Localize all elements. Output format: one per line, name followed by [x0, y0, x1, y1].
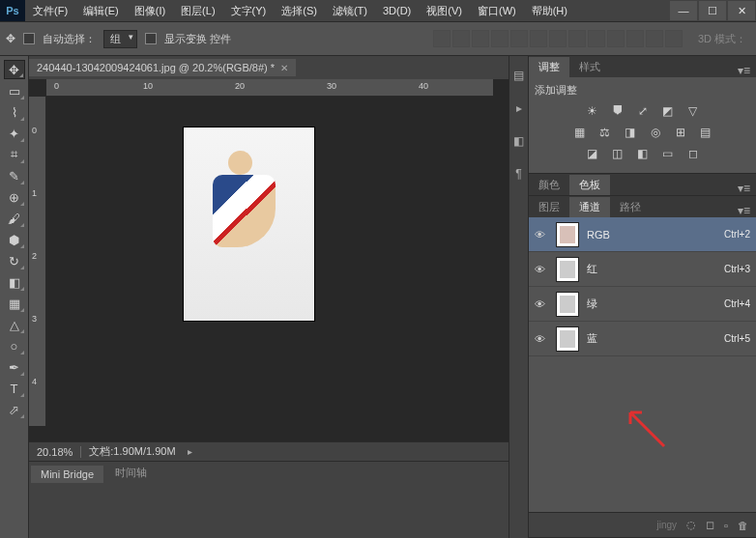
menu-help[interactable]: 帮助(H): [524, 0, 575, 21]
auto-select-dropdown[interactable]: 组: [103, 30, 137, 48]
zoom-level[interactable]: 20.18%: [29, 446, 81, 458]
tab-adjustments[interactable]: 调整: [529, 57, 569, 77]
type-tool[interactable]: T: [4, 379, 25, 398]
channel-row-green[interactable]: 👁 绿 Ctrl+4: [529, 287, 756, 322]
document-tab[interactable]: 240440-13042009424061.jpg @ 20.2%(RGB/8#…: [29, 59, 296, 76]
balance-icon[interactable]: ⚖: [596, 125, 614, 140]
menu-filter[interactable]: 滤镜(T): [325, 0, 375, 21]
threshold-icon[interactable]: ◧: [634, 146, 652, 161]
menu-view[interactable]: 视图(V): [419, 0, 470, 21]
maximize-button[interactable]: ☐: [699, 1, 726, 20]
stamp-tool[interactable]: ⬢: [4, 230, 25, 249]
invert-icon[interactable]: ◪: [584, 146, 601, 161]
tab-styles[interactable]: 样式: [569, 57, 610, 77]
align-icon[interactable]: [588, 30, 605, 47]
eraser-tool[interactable]: ◧: [4, 272, 25, 292]
align-icon[interactable]: [626, 30, 644, 47]
exposure-icon[interactable]: ◩: [659, 103, 677, 119]
tab-close-icon[interactable]: ✕: [280, 63, 288, 73]
panel-menu-icon[interactable]: ▾≡: [732, 64, 756, 77]
info-arrow-icon[interactable]: ▸: [188, 446, 192, 457]
align-icon[interactable]: [491, 30, 509, 47]
canvas-area[interactable]: 0 10 20 30 40 0 1 2 3 4: [29, 79, 509, 441]
levels-icon[interactable]: ⛊: [609, 103, 626, 119]
menu-layer[interactable]: 图层(L): [173, 0, 222, 21]
brush-tool[interactable]: 🖌: [4, 209, 25, 228]
curves-icon[interactable]: ⤢: [634, 103, 652, 119]
align-icon[interactable]: [452, 30, 470, 47]
align-icon[interactable]: [607, 30, 625, 47]
visibility-icon[interactable]: 👁: [535, 264, 548, 275]
actions-panel-icon[interactable]: ▸: [511, 100, 527, 116]
tab-layers[interactable]: 图层: [529, 197, 569, 217]
menu-select[interactable]: 选择(S): [274, 0, 325, 21]
document-info[interactable]: 文档:1.90M/1.90M: [81, 444, 183, 459]
menu-type[interactable]: 文字(Y): [223, 0, 275, 21]
auto-select-checkbox[interactable]: [23, 33, 35, 44]
channel-row-blue[interactable]: 👁 蓝 Ctrl+5: [529, 322, 756, 356]
visibility-icon[interactable]: 👁: [535, 298, 548, 310]
eyedropper-tool[interactable]: ✎: [4, 166, 25, 185]
panel-menu-icon[interactable]: ▾≡: [732, 204, 756, 217]
vibrance-icon[interactable]: ▽: [684, 103, 702, 119]
menu-image[interactable]: 图像(I): [127, 0, 173, 21]
menu-edit[interactable]: 编辑(E): [75, 0, 127, 21]
align-icon[interactable]: [433, 30, 451, 47]
tab-timeline[interactable]: 时间轴: [105, 463, 157, 483]
visibility-icon[interactable]: 👁: [535, 229, 548, 241]
align-icon[interactable]: [568, 30, 586, 47]
align-icon[interactable]: [472, 30, 489, 47]
lasso-tool[interactable]: ⌇: [4, 102, 25, 122]
menu-file[interactable]: 文件(F): [25, 0, 75, 21]
selective-icon[interactable]: ◻: [684, 146, 702, 161]
marquee-tool[interactable]: ▭: [4, 81, 25, 100]
path-tool[interactable]: ⬀: [4, 400, 25, 419]
posterize-icon[interactable]: ◫: [609, 146, 626, 161]
bw-icon[interactable]: ◨: [622, 125, 639, 140]
delete-channel-icon[interactable]: 🗑: [738, 520, 748, 531]
tab-channels[interactable]: 通道: [569, 197, 610, 217]
magic-wand-tool[interactable]: ✦: [4, 124, 25, 143]
history-brush-tool[interactable]: ↻: [4, 251, 25, 270]
visibility-icon[interactable]: 👁: [535, 333, 548, 345]
brightness-icon[interactable]: ☀: [584, 103, 601, 119]
save-selection-icon[interactable]: ◻: [706, 519, 714, 531]
channel-row-red[interactable]: 👁 红 Ctrl+3: [529, 252, 756, 287]
tab-swatches[interactable]: 色板: [569, 175, 610, 195]
crop-tool[interactable]: ⌗: [4, 145, 25, 164]
align-icon[interactable]: [646, 30, 663, 47]
properties-panel-icon[interactable]: ◧: [511, 133, 527, 149]
tab-paths[interactable]: 路径: [610, 197, 651, 217]
dodge-tool[interactable]: ○: [4, 336, 25, 355]
history-panel-icon[interactable]: ▤: [511, 68, 527, 83]
blur-tool[interactable]: △: [4, 315, 25, 334]
healing-tool[interactable]: ⊕: [4, 187, 25, 207]
character-panel-icon[interactable]: ¶: [511, 166, 527, 182]
document-canvas[interactable]: [184, 127, 314, 321]
minimize-button[interactable]: —: [670, 1, 697, 20]
hue-icon[interactable]: ▦: [571, 125, 589, 140]
menu-window[interactable]: 窗口(W): [470, 0, 524, 21]
photo-filter-icon[interactable]: ◎: [647, 125, 664, 140]
tab-mini-bridge[interactable]: Mini Bridge: [31, 466, 103, 483]
pen-tool[interactable]: ✒: [4, 357, 25, 377]
menu-3d[interactable]: 3D(D): [375, 0, 419, 21]
show-transform-checkbox[interactable]: [145, 33, 157, 44]
channel-thumb: [556, 222, 579, 247]
channel-thumb: [556, 326, 579, 352]
panel-menu-icon[interactable]: ▾≡: [732, 182, 756, 195]
close-button[interactable]: ✕: [728, 1, 755, 20]
new-channel-icon[interactable]: ▫: [724, 520, 728, 531]
tab-color[interactable]: 颜色: [529, 175, 569, 195]
load-selection-icon[interactable]: ◌: [686, 519, 696, 531]
channel-row-rgb[interactable]: 👁 RGB Ctrl+2: [529, 217, 756, 252]
lookup-icon[interactable]: ▤: [697, 125, 714, 140]
gradient-tool[interactable]: ▦: [4, 294, 25, 313]
align-icon[interactable]: [510, 30, 528, 47]
align-icon[interactable]: [549, 30, 567, 47]
align-icon[interactable]: [665, 30, 683, 47]
mixer-icon[interactable]: ⊞: [672, 125, 689, 140]
move-tool[interactable]: ✥: [4, 60, 25, 79]
align-icon[interactable]: [530, 30, 547, 47]
gradient-map-icon[interactable]: ▭: [659, 146, 677, 161]
